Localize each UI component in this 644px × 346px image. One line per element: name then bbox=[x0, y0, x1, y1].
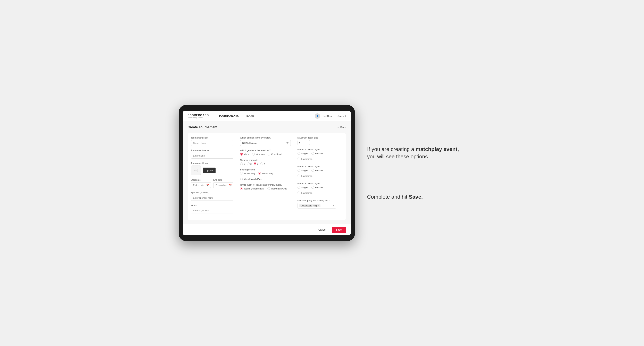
division-select[interactable]: NCAA Division I NCAA Division II NCAA Di… bbox=[240, 140, 291, 146]
annotation-panel: If you are creating a matchplay event, y… bbox=[367, 146, 466, 200]
gender-combined-label: Combined bbox=[271, 153, 282, 156]
gender-womens-radio[interactable] bbox=[252, 153, 255, 156]
round1-match-label: Round 1 - Match Type bbox=[298, 148, 336, 151]
round1-singles-label: Singles bbox=[301, 152, 308, 155]
round2-fourball[interactable]: Fourball bbox=[312, 169, 323, 172]
gender-radio-group: Mens Womens Combined bbox=[240, 153, 291, 156]
tab-tournaments[interactable]: TOURNAMENTS bbox=[215, 111, 242, 121]
gender-mens[interactable]: Mens bbox=[240, 153, 249, 156]
gender-womens[interactable]: Womens bbox=[252, 153, 264, 156]
round-4-label: 4 bbox=[264, 163, 265, 165]
tournament-host-input[interactable] bbox=[191, 140, 234, 146]
round3-fourball-radio[interactable] bbox=[312, 186, 314, 189]
date-group: Start date 📅 End date bbox=[191, 179, 234, 188]
third-party-group: Use third-party live scoring API? Leader… bbox=[298, 199, 336, 208]
round2-singles-label: Singles bbox=[301, 169, 308, 172]
nav-divider: | bbox=[334, 115, 335, 117]
sponsor-input[interactable] bbox=[191, 195, 234, 201]
round2-foursomes-label: Foursomes bbox=[301, 175, 312, 177]
round1-match-radio-group: Singles Fourball Foursomes bbox=[298, 152, 336, 160]
start-date-wrap: 📅 bbox=[191, 182, 211, 188]
gender-group: Which gender is the event for? Mens Wome… bbox=[240, 149, 291, 156]
individuals-label: Individuals Only bbox=[271, 187, 287, 190]
sponsor-group: Sponsor (optional) bbox=[191, 191, 234, 201]
tab-teams[interactable]: TEAMS bbox=[242, 111, 258, 121]
round1-foursomes-radio[interactable] bbox=[298, 158, 300, 160]
cancel-button[interactable]: Cancel bbox=[315, 227, 329, 233]
round-2-radio[interactable] bbox=[247, 163, 250, 165]
round1-singles[interactable]: Singles bbox=[298, 152, 308, 155]
round-3-radio[interactable] bbox=[254, 163, 256, 165]
round2-foursomes-radio[interactable] bbox=[298, 174, 300, 177]
round1-fourball[interactable]: Fourball bbox=[312, 152, 323, 155]
round3-singles[interactable]: Singles bbox=[298, 186, 308, 189]
round2-fourball-radio[interactable] bbox=[312, 169, 314, 172]
col-left: Tournament Host Tournament name Tourname… bbox=[188, 133, 237, 220]
scoring-medal[interactable]: Medal Match Play bbox=[240, 177, 262, 180]
tournament-host-group: Tournament Host bbox=[191, 137, 234, 146]
nav-right: 👤 Test User | Sign out bbox=[315, 113, 346, 119]
annotation-bottom-text: Complete and hit bbox=[367, 194, 409, 200]
sponsor-label: Sponsor (optional) bbox=[191, 191, 234, 194]
scoring-stroke-radio[interactable] bbox=[240, 172, 243, 175]
round-4-radio[interactable] bbox=[260, 163, 263, 165]
round-1-radio[interactable] bbox=[240, 163, 243, 165]
round2-singles-radio[interactable] bbox=[298, 169, 300, 172]
round1-singles-radio[interactable] bbox=[298, 152, 300, 155]
third-party-select-wrap[interactable]: Leaderboard King ✕ ▾ bbox=[298, 203, 336, 208]
tournament-host-label: Tournament Host bbox=[191, 137, 234, 139]
round3-match-group: Round 3 - Match Type Singles Fourball bbox=[298, 182, 336, 194]
round-1[interactable]: 1 bbox=[240, 163, 245, 165]
max-team-size-input[interactable] bbox=[298, 140, 310, 145]
back-link[interactable]: ← Back bbox=[337, 126, 346, 129]
annotation-top-text2: you will see these options. bbox=[367, 154, 430, 160]
individuals-radio[interactable] bbox=[268, 187, 270, 190]
third-party-tag: Leaderboard King ✕ bbox=[299, 204, 321, 207]
round-4[interactable]: 4 bbox=[260, 163, 265, 165]
scoring-match[interactable]: Match Play bbox=[258, 172, 273, 175]
teams-radio[interactable] bbox=[240, 187, 243, 190]
round3-foursomes-radio[interactable] bbox=[298, 191, 300, 194]
third-party-remove-icon[interactable]: ✕ bbox=[318, 205, 319, 207]
gender-combined[interactable]: Combined bbox=[268, 153, 282, 156]
round3-foursomes[interactable]: Foursomes bbox=[298, 191, 312, 194]
avatar: 👤 bbox=[315, 113, 320, 119]
round3-singles-radio[interactable] bbox=[298, 186, 300, 189]
save-button[interactable]: Save bbox=[332, 227, 346, 233]
page-footer: Cancel Save bbox=[183, 224, 351, 235]
individuals-option[interactable]: Individuals Only bbox=[268, 187, 287, 190]
round3-match-label: Round 3 - Match Type bbox=[298, 182, 336, 185]
annotation-top-text: If you are creating a bbox=[367, 146, 416, 152]
rounds-radio-group: 1 2 3 bbox=[240, 163, 291, 165]
max-team-size-label: Maximum Team Size bbox=[298, 137, 336, 139]
tournament-name-input[interactable] bbox=[191, 153, 234, 159]
venue-input[interactable] bbox=[191, 208, 234, 213]
page-header: Create Tournament ← Back bbox=[188, 125, 346, 129]
scoring-match-radio[interactable] bbox=[258, 172, 261, 175]
end-date-label: End date bbox=[213, 179, 234, 181]
round1-fourball-label: Fourball bbox=[315, 152, 323, 155]
gender-mens-radio[interactable] bbox=[240, 153, 243, 156]
round-2[interactable]: 2 bbox=[247, 163, 252, 165]
scoring-stroke-label: Stroke Play bbox=[244, 172, 255, 175]
round2-singles[interactable]: Singles bbox=[298, 169, 308, 172]
round-3[interactable]: 3 bbox=[254, 163, 258, 165]
scoring-medal-radio[interactable] bbox=[240, 177, 243, 180]
round1-fourball-radio[interactable] bbox=[312, 152, 314, 155]
round2-fourball-label: Fourball bbox=[315, 169, 323, 172]
scoring-match-label: Match Play bbox=[262, 172, 273, 175]
upload-button[interactable]: Upload bbox=[203, 168, 216, 173]
logo-upload-area: Upload bbox=[191, 166, 234, 175]
col-right: Maximum Team Size Round 1 - Match Type S… bbox=[294, 133, 339, 220]
gender-combined-radio[interactable] bbox=[268, 153, 270, 156]
annotation-top-bold: matchplay event, bbox=[416, 146, 459, 152]
round1-foursomes[interactable]: Foursomes bbox=[298, 158, 312, 160]
round3-fourball[interactable]: Fourball bbox=[312, 186, 323, 189]
signout-link[interactable]: Sign out bbox=[338, 115, 346, 117]
teams-option[interactable]: Teams (+Individuals) bbox=[240, 187, 264, 190]
round2-foursomes[interactable]: Foursomes bbox=[298, 174, 312, 177]
scoring-medal-label: Medal Match Play bbox=[244, 178, 262, 180]
scoring-stroke[interactable]: Stroke Play bbox=[240, 172, 255, 175]
date-row: Start date 📅 End date bbox=[191, 179, 234, 188]
venue-group: Venue bbox=[191, 204, 234, 213]
